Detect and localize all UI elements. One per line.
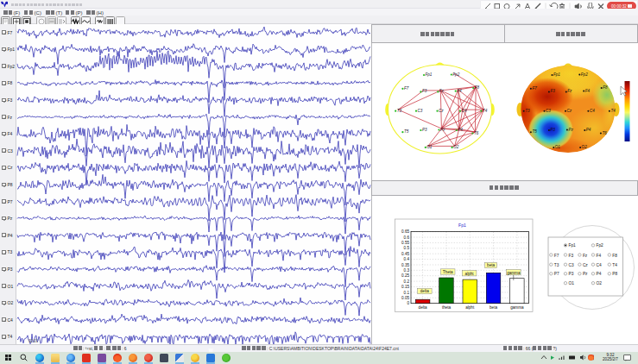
svg-text:0.4: 0.4	[404, 257, 410, 261]
svg-text:Pz: Pz	[583, 272, 588, 276]
svg-text:T4: T4	[610, 109, 616, 113]
svg-text:Fp1: Fp1	[569, 243, 577, 248]
svg-text:T6: T6	[602, 131, 607, 135]
svg-text:Fz: Fz	[567, 89, 572, 93]
svg-text:theta: theta	[442, 305, 452, 310]
svg-text:F7: F7	[404, 86, 409, 91]
svg-text:P3: P3	[550, 128, 555, 132]
svg-text:P4: P4	[586, 128, 591, 132]
svg-text:0.05: 0.05	[401, 296, 409, 300]
svg-text:C4: C4	[461, 109, 466, 113]
svg-text:C3: C3	[569, 263, 574, 267]
svg-text:F3: F3	[422, 89, 427, 93]
svg-text:0.35: 0.35	[401, 263, 409, 267]
svg-text:O1: O1	[555, 145, 561, 149]
svg-text:F3: F3	[569, 254, 574, 258]
svg-text:P4: P4	[458, 128, 463, 132]
svg-text:0.25: 0.25	[401, 273, 409, 278]
svg-text:F7: F7	[532, 86, 537, 91]
svg-text:T4: T4	[483, 109, 488, 113]
svg-text:P7: P7	[554, 272, 559, 276]
svg-text:Fp1: Fp1	[553, 72, 560, 77]
svg-text:Cz: Cz	[583, 263, 588, 267]
svg-text:0.2: 0.2	[404, 279, 410, 284]
svg-text:Cz: Cz	[439, 109, 444, 113]
svg-text:0.1: 0.1	[404, 291, 410, 295]
svg-text:F4: F4	[457, 89, 462, 93]
svg-text:Fp2: Fp2	[597, 243, 604, 248]
svg-text:0.15: 0.15	[401, 285, 409, 289]
svg-text:beta: beta	[487, 263, 495, 267]
svg-text:delta: delta	[419, 305, 427, 310]
svg-text:Pz: Pz	[440, 128, 445, 132]
svg-text:O2: O2	[597, 281, 603, 286]
svg-text:0: 0	[407, 301, 409, 305]
svg-text:P4: P4	[597, 272, 602, 276]
svg-text:C4: C4	[597, 263, 602, 267]
svg-text:gamma: gamma	[507, 271, 521, 275]
svg-text:0.65: 0.65	[401, 229, 409, 234]
svg-text:T3: T3	[554, 263, 559, 267]
svg-text:delta: delta	[420, 289, 429, 293]
svg-text:Fz: Fz	[583, 254, 588, 258]
svg-text:P3: P3	[422, 128, 427, 132]
svg-text:0.3: 0.3	[404, 268, 410, 273]
svg-text:C3: C3	[546, 109, 551, 113]
svg-text:Fp2: Fp2	[452, 72, 459, 77]
svg-text:Fz: Fz	[439, 89, 445, 93]
svg-text:Fp2: Fp2	[581, 72, 588, 77]
svg-text:F8: F8	[475, 85, 480, 90]
svg-text:C4: C4	[590, 109, 595, 113]
svg-text:alpht: alpht	[465, 272, 475, 276]
svg-text:F8: F8	[612, 254, 617, 258]
svg-text:Cz: Cz	[567, 109, 572, 113]
svg-text:Pz: Pz	[568, 128, 573, 132]
svg-text:alpht: alpht	[465, 305, 475, 310]
svg-text:P8: P8	[612, 272, 617, 276]
svg-text:gamma: gamma	[510, 305, 524, 310]
svg-text:T3: T3	[525, 109, 530, 113]
svg-text:0.45: 0.45	[401, 252, 409, 256]
svg-text:F3: F3	[550, 89, 555, 93]
svg-text:F7: F7	[554, 254, 559, 258]
svg-text:F4: F4	[597, 254, 602, 258]
svg-text:T5: T5	[532, 129, 537, 134]
svg-text:Fp1: Fp1	[426, 72, 433, 77]
svg-text:P3: P3	[569, 272, 574, 276]
svg-text:T5: T5	[404, 129, 409, 134]
svg-text:0.55: 0.55	[401, 241, 409, 245]
svg-text:Fp1: Fp1	[458, 223, 466, 228]
svg-text:T4: T4	[612, 263, 617, 267]
svg-text:Theta: Theta	[443, 270, 453, 274]
svg-text:beta: beta	[490, 305, 497, 310]
svg-text:O2: O2	[582, 145, 588, 149]
svg-text:0.6: 0.6	[404, 235, 410, 240]
svg-text:T3: T3	[397, 109, 402, 113]
svg-text:O1: O1	[569, 281, 575, 286]
svg-text:F8: F8	[603, 85, 608, 90]
svg-text:O2: O2	[453, 145, 459, 149]
svg-text:0.5: 0.5	[404, 246, 410, 250]
svg-text:T6: T6	[474, 131, 479, 135]
svg-text:F4: F4	[585, 89, 591, 93]
svg-text:C3: C3	[418, 109, 423, 113]
svg-text:O1: O1	[426, 145, 433, 149]
